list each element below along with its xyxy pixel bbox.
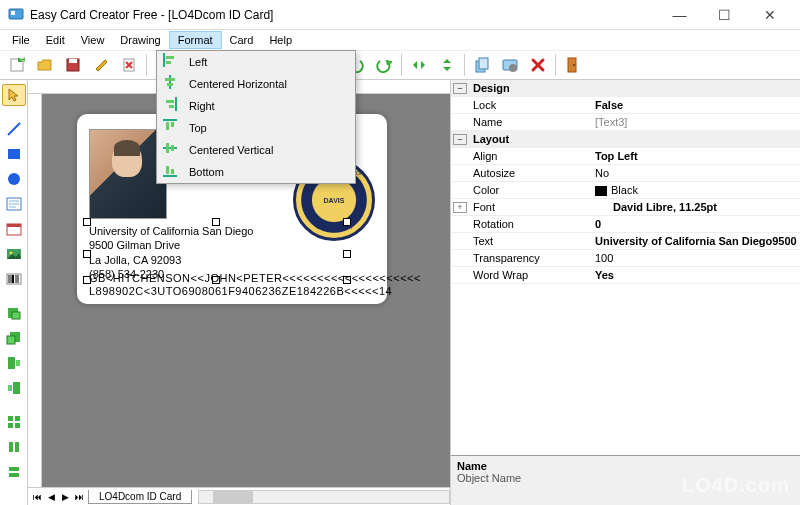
svg-rect-8	[175, 97, 177, 111]
flip-h-button[interactable]	[406, 52, 432, 78]
svg-rect-2	[163, 53, 165, 67]
exit-button[interactable]	[560, 52, 586, 78]
align-tool-2[interactable]	[2, 436, 26, 458]
prop-transparency[interactable]: Transparency100	[451, 250, 800, 267]
prop-lock[interactable]: LockFalse	[451, 97, 800, 114]
svg-rect-66	[15, 423, 20, 428]
card-mrz[interactable]: GB<HITCHENSON<<JOHN<PETER<<<<<<<<<<<<<<<…	[89, 272, 421, 298]
window-title: Easy Card Creator Free - [LO4Dcom ID Car…	[30, 8, 657, 22]
title-bar: Easy Card Creator Free - [LO4Dcom ID Car…	[0, 0, 800, 30]
svg-rect-33	[479, 58, 488, 69]
shape-4-tool[interactable]	[2, 377, 26, 399]
menu-help[interactable]: Help	[261, 32, 300, 48]
duplicate-button[interactable]	[469, 52, 495, 78]
format-right[interactable]: Right	[157, 95, 355, 117]
svg-rect-58	[7, 336, 15, 344]
save-button[interactable]	[60, 52, 86, 78]
format-bottom[interactable]: Bottom	[157, 161, 355, 183]
svg-rect-1	[11, 11, 15, 15]
svg-rect-64	[15, 416, 20, 421]
align-center-v-icon	[163, 141, 181, 159]
svg-point-35	[509, 64, 517, 72]
minimize-button[interactable]: —	[657, 1, 702, 29]
svg-rect-19	[171, 169, 174, 174]
format-center-v[interactable]: Centered Vertical	[157, 139, 355, 161]
flip-v-button[interactable]	[434, 52, 460, 78]
format-left[interactable]: Left	[157, 51, 355, 73]
svg-rect-68	[15, 442, 19, 452]
horizontal-scrollbar[interactable]	[198, 490, 450, 504]
svg-rect-12	[166, 122, 169, 130]
canvas-tab[interactable]: LO4Dcom ID Card	[88, 490, 192, 504]
nav-next[interactable]: ▶	[58, 492, 72, 502]
menu-format[interactable]: Format	[169, 31, 222, 49]
nav-prev[interactable]: ◀	[44, 492, 58, 502]
prop-rotation[interactable]: Rotation0	[451, 216, 800, 233]
text-tool[interactable]	[2, 193, 26, 215]
align-bottom-icon	[163, 163, 181, 181]
date-tool[interactable]	[2, 218, 26, 240]
svg-rect-69	[9, 467, 19, 471]
svg-rect-56	[12, 312, 20, 319]
rect-tool[interactable]	[2, 143, 26, 165]
svg-rect-5	[169, 75, 171, 89]
format-center-h[interactable]: Centered Horizontal	[157, 73, 355, 95]
svg-rect-62	[8, 385, 12, 391]
shape-1-tool[interactable]	[2, 302, 26, 324]
menu-card[interactable]: Card	[222, 32, 262, 48]
app-icon	[8, 7, 24, 23]
prop-align[interactable]: AlignTop Left	[451, 148, 800, 165]
svg-rect-65	[8, 423, 13, 428]
align-tool-1[interactable]	[2, 411, 26, 433]
svg-rect-60	[16, 360, 20, 366]
menu-edit[interactable]: Edit	[38, 32, 73, 48]
line-tool[interactable]	[2, 118, 26, 140]
prop-cat-design[interactable]: –Design	[451, 80, 800, 97]
svg-rect-59	[8, 357, 15, 369]
svg-line-38	[8, 123, 20, 135]
prop-cat-layout[interactable]: –Layout	[451, 131, 800, 148]
image-tool[interactable]	[2, 243, 26, 265]
svg-rect-61	[13, 382, 20, 394]
nav-first[interactable]: ⏮	[30, 492, 44, 502]
ruler-vertical	[28, 94, 42, 487]
prop-font[interactable]: +FontDavid Libre, 11.25pt	[451, 199, 800, 216]
barcode-tool[interactable]	[2, 268, 26, 290]
pointer-tool[interactable]	[2, 84, 26, 106]
redo-button[interactable]	[371, 52, 397, 78]
property-panel: –Design LockFalse Name[Text3] –Layout Al…	[450, 80, 800, 505]
svg-rect-3	[166, 56, 174, 59]
shape-2-tool[interactable]	[2, 327, 26, 349]
svg-point-37	[573, 64, 575, 66]
format-dropdown: Left Centered Horizontal Right Top Cente…	[156, 50, 356, 184]
svg-rect-67	[9, 442, 13, 452]
new-button[interactable]: +	[4, 52, 30, 78]
ellipse-tool[interactable]	[2, 168, 26, 190]
delete-button[interactable]	[525, 52, 551, 78]
align-tool-3[interactable]	[2, 461, 26, 483]
delete-doc-button[interactable]	[116, 52, 142, 78]
nav-last[interactable]: ⏭	[72, 492, 86, 502]
open-button[interactable]	[32, 52, 58, 78]
svg-rect-46	[7, 224, 21, 227]
format-top[interactable]: Top	[157, 117, 355, 139]
property-description: Name Object Name	[451, 455, 800, 505]
svg-rect-23	[69, 59, 77, 63]
maximize-button[interactable]: ☐	[702, 1, 747, 29]
menu-view[interactable]: View	[73, 32, 113, 48]
prop-text[interactable]: TextUniversity of California San Diego95…	[451, 233, 800, 250]
shape-3-tool[interactable]	[2, 352, 26, 374]
menu-file[interactable]: File	[4, 32, 38, 48]
align-center-h-icon	[163, 75, 181, 93]
svg-rect-11	[163, 119, 177, 121]
card-settings-button[interactable]	[497, 52, 523, 78]
menu-drawing[interactable]: Drawing	[112, 32, 168, 48]
prop-wordwrap[interactable]: Word WrapYes	[451, 267, 800, 284]
prop-color[interactable]: ColorBlack	[451, 182, 800, 199]
close-button[interactable]: ✕	[747, 1, 792, 29]
svg-rect-10	[169, 105, 174, 108]
prop-name[interactable]: Name[Text3]	[451, 114, 800, 131]
edit-button[interactable]	[88, 52, 114, 78]
align-right-icon	[163, 97, 181, 115]
prop-autosize[interactable]: AutosizeNo	[451, 165, 800, 182]
